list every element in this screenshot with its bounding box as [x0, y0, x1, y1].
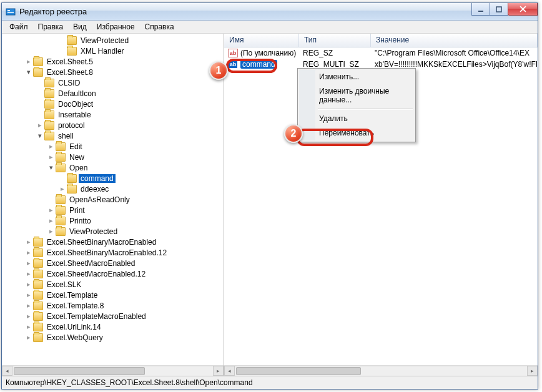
- tree-node[interactable]: Edit: [2, 141, 224, 152]
- tree-node-label: Excel.Template: [45, 291, 99, 300]
- tree-node[interactable]: Excel.TemplateMacroEnabled: [2, 311, 224, 321]
- scroll-track[interactable]: [235, 366, 527, 376]
- tree-node[interactable]: DefaultIcon: [2, 88, 224, 99]
- expand-icon[interactable]: [47, 206, 56, 214]
- maximize-button[interactable]: [490, 3, 508, 16]
- ctx-modify-binary[interactable]: Изменить двоичные данные...: [299, 84, 414, 107]
- tree-node[interactable]: New: [2, 152, 224, 162]
- tree-node[interactable]: Excel.WebQuery: [2, 332, 224, 343]
- expand-icon[interactable]: [24, 280, 33, 288]
- tree-node[interactable]: Insertable: [2, 109, 224, 120]
- registry-tree[interactable]: ViewProtectedXML HandlerExcel.Sheet.5Exc…: [2, 34, 224, 365]
- tree-node[interactable]: Excel.UriLink.14: [2, 321, 224, 332]
- tree-node[interactable]: Excel.SheetMacroEnabled.12: [2, 268, 224, 279]
- tree-node[interactable]: DocObject: [2, 99, 224, 109]
- tree-node[interactable]: Excel.SheetBinaryMacroEnabled: [2, 237, 224, 247]
- expand-icon[interactable]: [58, 185, 67, 193]
- scroll-left-button[interactable]: ◂: [2, 366, 12, 376]
- tree-node[interactable]: Excel.SLK: [2, 279, 224, 290]
- value-row-default[interactable]: ab (По умолчанию) REG_SZ "C:\Program Fil…: [224, 47, 538, 59]
- context-menu: Изменить... Изменить двоичные данные... …: [297, 68, 416, 142]
- scroll-track[interactable]: [12, 366, 213, 376]
- folder-icon: [33, 312, 43, 321]
- expand-icon[interactable]: [24, 312, 33, 320]
- menu-file[interactable]: Файл: [4, 21, 33, 32]
- tree-node[interactable]: Excel.SheetMacroEnabled: [2, 258, 224, 268]
- tree-node[interactable]: Excel.Sheet.8: [2, 67, 224, 77]
- scroll-right-button[interactable]: ▸: [527, 366, 538, 376]
- expand-icon[interactable]: [24, 333, 33, 341]
- registry-editor-window: Редактор реестра Файл Правка Вид Избранн…: [1, 2, 538, 390]
- collapse-icon[interactable]: [24, 68, 33, 76]
- column-value[interactable]: Значение: [371, 34, 538, 47]
- expand-icon[interactable]: [47, 142, 56, 150]
- folder-icon: [56, 206, 66, 215]
- tree-node-label: OpenAsReadOnly: [67, 195, 132, 204]
- tree-node[interactable]: OpenAsReadOnly: [2, 194, 224, 205]
- expand-icon[interactable]: [36, 121, 44, 129]
- tree-node[interactable]: ViewProtected: [2, 226, 224, 237]
- scroll-thumb[interactable]: [236, 367, 361, 375]
- expand-icon[interactable]: [24, 259, 33, 267]
- folder-icon: [56, 195, 66, 204]
- expand-icon[interactable]: [47, 227, 56, 235]
- value-data: "C:\Program Files\Microsoft Office\Offic…: [373, 49, 538, 57]
- tree-node-label: protocol: [56, 121, 87, 130]
- tree-node-label: Excel.SLK: [45, 280, 83, 289]
- expand-icon[interactable]: [24, 270, 33, 278]
- expand-icon[interactable]: [47, 217, 56, 225]
- tree-node-label: Excel.SheetMacroEnabled: [45, 259, 137, 268]
- folder-icon: [44, 121, 54, 130]
- tree-node[interactable]: ViewProtected: [2, 35, 224, 46]
- expand-icon[interactable]: [24, 238, 33, 246]
- tree-node[interactable]: command: [2, 173, 224, 184]
- scroll-thumb[interactable]: [14, 367, 145, 375]
- tree-node[interactable]: Printto: [2, 215, 224, 226]
- tree-node[interactable]: Excel.SheetBinaryMacroEnabled.12: [2, 247, 224, 258]
- expand-icon[interactable]: [24, 291, 33, 299]
- scroll-right-button[interactable]: ▸: [213, 366, 224, 376]
- value-data: xb'BV=!!!!!!!!!MKKSkEXCELFiles>VijqBof(Y…: [373, 60, 538, 69]
- menu-view[interactable]: Вид: [68, 21, 92, 32]
- menu-help[interactable]: Справка: [140, 21, 179, 32]
- ctx-delete[interactable]: Удалить: [299, 112, 414, 125]
- close-button[interactable]: [508, 3, 538, 16]
- tree-hscrollbar[interactable]: ◂ ▸: [2, 365, 224, 376]
- tree-node[interactable]: Excel.Sheet.5: [2, 56, 224, 67]
- folder-icon: [33, 323, 43, 331]
- menu-edit[interactable]: Правка: [33, 21, 69, 32]
- values-list[interactable]: ab (По умолчанию) REG_SZ "C:\Program Fil…: [224, 47, 538, 365]
- ctx-rename[interactable]: Переименовать: [299, 126, 414, 140]
- ctx-modify[interactable]: Изменить...: [299, 70, 414, 84]
- scroll-left-button[interactable]: ◂: [224, 366, 235, 376]
- menu-favorites[interactable]: Избранное: [92, 21, 140, 32]
- titlebar[interactable]: Редактор реестра: [2, 3, 538, 21]
- column-name[interactable]: Имя: [224, 34, 299, 47]
- tree-node[interactable]: ddeexec: [2, 184, 224, 194]
- folder-icon: [33, 280, 43, 289]
- values-header[interactable]: Имя Тип Значение: [224, 34, 538, 47]
- expand-icon[interactable]: [24, 57, 33, 66]
- column-type[interactable]: Тип: [299, 34, 371, 47]
- expand-icon[interactable]: [24, 301, 33, 310]
- tree-node[interactable]: CLSID: [2, 77, 224, 88]
- expand-icon[interactable]: [24, 248, 33, 257]
- tree-node-label: Open: [67, 164, 89, 172]
- tree-node[interactable]: Print: [2, 205, 224, 215]
- minimize-button[interactable]: [471, 3, 490, 16]
- tree-node-label: Excel.Sheet.5: [45, 57, 95, 66]
- tree-node[interactable]: Excel.Template.8: [2, 300, 224, 311]
- tree-node[interactable]: Open: [2, 162, 224, 173]
- expand-icon[interactable]: [47, 153, 56, 161]
- tree-node[interactable]: shell: [2, 130, 224, 141]
- tree-node-label: DefaultIcon: [56, 89, 98, 98]
- tree-node[interactable]: Excel.Template: [2, 290, 224, 300]
- expand-icon[interactable]: [24, 323, 33, 331]
- collapse-icon[interactable]: [47, 164, 56, 172]
- collapse-icon[interactable]: [36, 132, 44, 140]
- folder-icon: [67, 36, 77, 45]
- tree-node[interactable]: XML Handler: [2, 46, 224, 56]
- tree-node[interactable]: protocol: [2, 120, 224, 130]
- tree-node-label: ddeexec: [79, 185, 111, 194]
- values-hscrollbar[interactable]: ◂ ▸: [224, 365, 538, 376]
